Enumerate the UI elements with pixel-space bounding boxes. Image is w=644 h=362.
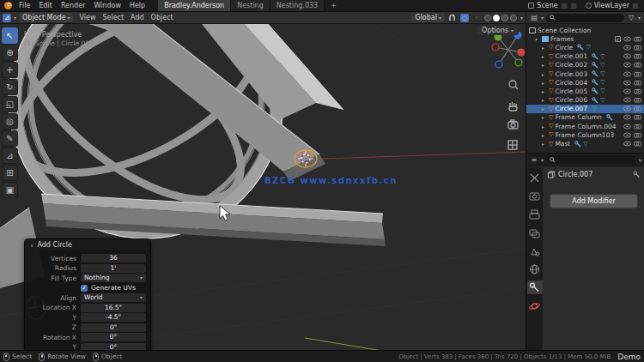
- hide-eye-icon[interactable]: [623, 106, 631, 112]
- outliner-item-row[interactable]: ▸ ▽ Frame Column103: [526, 130, 644, 139]
- outliner-item-row[interactable]: ▸ ▽ Circle.002 ▽: [526, 61, 644, 69]
- render-camera-icon[interactable]: [634, 80, 641, 86]
- viewport-3d[interactable]: BZCG www.sdnxxfb.cn: [0, 24, 526, 350]
- op-value-field[interactable]: 1': [81, 264, 146, 273]
- tool-annotate-icon[interactable]: ✎: [2, 130, 18, 147]
- disclosure-icon[interactable]: ▾: [535, 36, 540, 42]
- menu-help[interactable]: Help: [125, 2, 149, 9]
- render-camera-icon[interactable]: [634, 53, 641, 59]
- render-camera-icon[interactable]: [634, 88, 641, 94]
- disclosure-icon[interactable]: ▸: [542, 62, 547, 68]
- outliner-item-row[interactable]: ▸ ▽ Circle.003 ▽: [526, 69, 644, 78]
- hide-eye-icon[interactable]: [623, 124, 631, 130]
- collection-row[interactable]: ▾ Frames ✓: [526, 34, 644, 43]
- new-scene-button[interactable]: [561, 3, 568, 9]
- menu-render[interactable]: Render: [57, 2, 89, 9]
- operator-panel-add-circle[interactable]: ∨ Add Circle Vertices36Radius1'Fill Type…: [24, 238, 151, 350]
- operator-panel-header[interactable]: ∨ Add Circle: [25, 239, 150, 250]
- outliner-item-row[interactable]: ▸ ▽ Circle.006 ▽: [526, 96, 644, 105]
- op-value-field[interactable]: 0": [81, 323, 146, 332]
- shading-solid-button[interactable]: [493, 15, 500, 21]
- shading-rendered-button[interactable]: [510, 15, 517, 21]
- hide-eye-icon[interactable]: [623, 97, 631, 103]
- tool-move-icon[interactable]: +: [2, 62, 18, 78]
- hide-eye-icon[interactable]: [623, 71, 631, 77]
- op-value-field[interactable]: 0°: [81, 333, 146, 341]
- menu-edit[interactable]: Edit: [34, 2, 57, 9]
- snap-magnet-icon[interactable]: [448, 14, 457, 22]
- properties-editor-icon[interactable]: ≡: [530, 155, 538, 164]
- editor-type-icon[interactable]: ⊿: [3, 14, 11, 22]
- menu-window[interactable]: Window: [89, 2, 125, 9]
- new-viewlayer-button[interactable]: [632, 3, 639, 9]
- tool-extrude-icon[interactable]: ▣: [2, 182, 18, 198]
- viewport-menu-object[interactable]: Object: [148, 14, 177, 21]
- blender-logo-icon[interactable]: [3, 1, 13, 10]
- outliner-item-row[interactable]: ▸ ▽ Circle.004 ▽: [526, 78, 644, 87]
- disclosure-icon[interactable]: ▸: [542, 88, 547, 94]
- outliner-item-row[interactable]: ▸ ▽ Frame Column: [526, 113, 644, 122]
- outliner-item-row[interactable]: ▸ ▽ Mast ▽: [526, 139, 644, 148]
- workspace-tab--[interactable]: +: [325, 0, 343, 11]
- hide-eye-icon[interactable]: [623, 80, 631, 86]
- tab-output-icon[interactable]: [530, 210, 539, 219]
- tab-scene-icon[interactable]: [532, 249, 539, 256]
- hide-eye-icon[interactable]: [623, 45, 631, 51]
- outliner-item-row[interactable]: ▸ ▽ Circle.001 ▽: [526, 52, 644, 61]
- disclosure-icon[interactable]: ▸: [542, 132, 547, 138]
- op-checkbox[interactable]: ✓: [81, 285, 88, 292]
- disclosure-icon[interactable]: ▸: [542, 97, 547, 103]
- disclosure-icon[interactable]: ▸: [542, 71, 547, 77]
- orientation-dropdown[interactable]: Global ▾: [411, 13, 445, 22]
- viewport-menu-add[interactable]: Add: [127, 14, 148, 21]
- render-camera-icon[interactable]: [634, 132, 641, 138]
- tab-world-icon[interactable]: [531, 265, 539, 274]
- disclosure-icon[interactable]: ▸: [542, 53, 547, 59]
- collection-checkbox[interactable]: ✓: [615, 36, 621, 42]
- tab-tool-icon[interactable]: [531, 174, 538, 182]
- scene-selector[interactable]: Scene: [528, 2, 576, 9]
- breadcrumb-object-name[interactable]: Circle.007: [558, 171, 592, 178]
- hide-eye-icon[interactable]: [623, 36, 631, 42]
- render-camera-icon[interactable]: [634, 97, 641, 103]
- op-dropdown[interactable]: Nothing▾: [81, 274, 146, 282]
- scene-collection-row[interactable]: Scene Collection: [526, 26, 644, 34]
- add-modifier-button[interactable]: Add Modifier: [550, 194, 638, 208]
- render-camera-icon[interactable]: [634, 114, 641, 120]
- tab-physics-icon[interactable]: [529, 303, 540, 311]
- tool-measure-icon[interactable]: ⊿: [2, 148, 18, 164]
- pivot-point-icon[interactable]: ◦: [472, 14, 481, 22]
- tool-add-primitive-icon[interactable]: ⊞: [2, 165, 18, 181]
- disclosure-icon[interactable]: ▸: [542, 124, 547, 130]
- outliner-search-input[interactable]: [546, 14, 624, 22]
- viewlayer-selector[interactable]: ViewLayer: [586, 2, 639, 9]
- disclosure-icon[interactable]: ▸: [542, 106, 547, 112]
- outliner-item-row[interactable]: ▸ ▽ Circle ▽: [526, 43, 644, 51]
- proportional-edit-icon[interactable]: ◌: [460, 14, 469, 22]
- op-value-field[interactable]: -4.5": [81, 313, 146, 322]
- disclosure-icon[interactable]: ▸: [542, 80, 547, 86]
- hide-eye-icon[interactable]: [623, 62, 631, 68]
- tab-render-icon[interactable]: [530, 193, 539, 200]
- workspace-tab-nesting[interactable]: Nesting: [231, 0, 270, 11]
- scene-copy-button[interactable]: [570, 3, 577, 9]
- tool-cursor-icon[interactable]: ⊕: [2, 45, 18, 61]
- tool-rotate-icon[interactable]: ↻: [2, 79, 18, 95]
- menu-file[interactable]: File: [15, 2, 34, 9]
- tool-tweak-select-icon[interactable]: ↖: [2, 27, 18, 44]
- options-dropdown[interactable]: Options ▾: [477, 26, 519, 35]
- hide-eye-icon[interactable]: [623, 141, 631, 147]
- disclosure-icon[interactable]: ▸: [542, 114, 547, 120]
- op-value-field[interactable]: 36: [81, 254, 146, 262]
- shading-wireframe-button[interactable]: [484, 15, 491, 21]
- hide-eye-icon[interactable]: [623, 132, 631, 138]
- tool-transform-icon[interactable]: ◎: [2, 113, 18, 130]
- tab-viewlayer-icon[interactable]: [530, 230, 539, 238]
- render-camera-icon[interactable]: [634, 141, 641, 147]
- mode-dropdown[interactable]: Object Mode ▾: [19, 13, 73, 22]
- workspace-tab-bradley-anderson[interactable]: Bradley.Anderson: [158, 0, 231, 11]
- viewport-menu-view[interactable]: View: [76, 14, 99, 21]
- render-camera-icon[interactable]: [634, 71, 641, 77]
- hide-eye-icon[interactable]: [623, 53, 631, 59]
- render-camera-icon[interactable]: [634, 106, 641, 112]
